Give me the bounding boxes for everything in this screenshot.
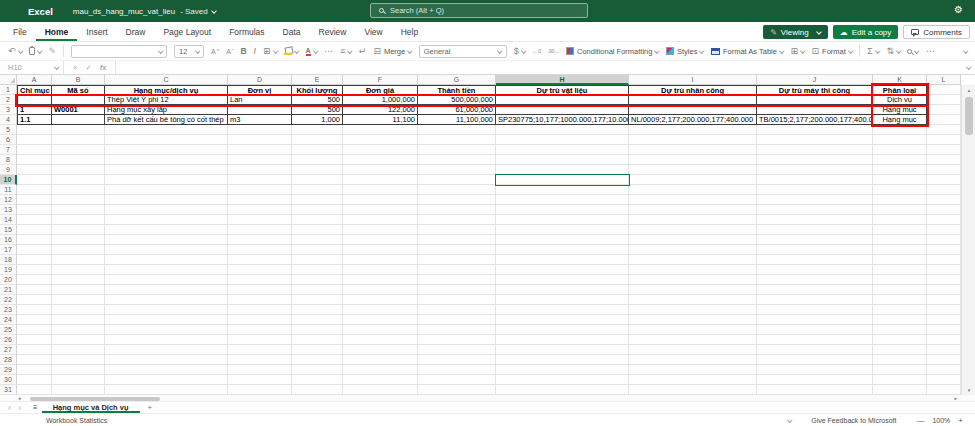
cell-L14[interactable]: [927, 215, 961, 225]
cell-K19[interactable]: [873, 265, 927, 275]
saved-status[interactable]: - Saved: [180, 7, 208, 16]
cell-L5[interactable]: [927, 125, 961, 135]
cell-A9[interactable]: [17, 165, 52, 175]
cell-H6[interactable]: [496, 135, 629, 145]
cell-C24[interactable]: [105, 315, 228, 325]
cell-K21[interactable]: [873, 285, 927, 295]
cell-I12[interactable]: [629, 195, 757, 205]
cell-A4[interactable]: 1.1: [17, 115, 52, 125]
cell-H21[interactable]: [496, 285, 629, 295]
cell-C5[interactable]: [105, 125, 228, 135]
cell-J9[interactable]: [757, 165, 873, 175]
cell-E28[interactable]: [292, 355, 343, 365]
cell-H4[interactable]: SP230775;10,177;1000.000,177;10.000.00: [496, 115, 629, 125]
cell-B23[interactable]: [52, 305, 105, 315]
cell-C13[interactable]: [105, 205, 228, 215]
cell-A3[interactable]: 1: [17, 105, 52, 115]
cell-D8[interactable]: [228, 155, 292, 165]
cell-C27[interactable]: [105, 345, 228, 355]
cell-L28[interactable]: [927, 355, 961, 365]
cell-J4[interactable]: TB/0015;2,177;200.000,177;400.000: [757, 115, 873, 125]
cell-C19[interactable]: [105, 265, 228, 275]
cell-J23[interactable]: [757, 305, 873, 315]
cell-G29[interactable]: [418, 365, 496, 375]
row-header-29[interactable]: 29: [0, 365, 17, 375]
styles-button[interactable]: Styles: [666, 47, 704, 56]
cell-F8[interactable]: [343, 155, 418, 165]
cell-C23[interactable]: [105, 305, 228, 315]
cell-K14[interactable]: [873, 215, 927, 225]
cell-J15[interactable]: [757, 225, 873, 235]
cell-H12[interactable]: [496, 195, 629, 205]
cell-H26[interactable]: [496, 335, 629, 345]
bold-button[interactable]: B: [240, 46, 246, 56]
cell-J14[interactable]: [757, 215, 873, 225]
cell-H17[interactable]: [496, 245, 629, 255]
cell-H22[interactable]: [496, 295, 629, 305]
cell-H10[interactable]: [496, 175, 629, 185]
italic-button[interactable]: I: [254, 46, 256, 56]
cell-K11[interactable]: [873, 185, 927, 195]
cell-D19[interactable]: [228, 265, 292, 275]
row-header-14[interactable]: 14: [0, 215, 17, 225]
cell-D15[interactable]: [228, 225, 292, 235]
cell-L26[interactable]: [927, 335, 961, 345]
cell-B16[interactable]: [52, 235, 105, 245]
cell-K3[interactable]: Hạng mục: [873, 105, 927, 115]
cell-D6[interactable]: [228, 135, 292, 145]
statusbar-chevron-icon[interactable]: [786, 417, 792, 424]
cell-A19[interactable]: [17, 265, 52, 275]
tab-formulas[interactable]: Formulas: [220, 22, 273, 41]
cell-E2[interactable]: 500: [292, 95, 343, 105]
cell-B19[interactable]: [52, 265, 105, 275]
column-header-C[interactable]: C: [105, 75, 228, 85]
cell-C29[interactable]: [105, 365, 228, 375]
row-header-10[interactable]: 10: [0, 175, 17, 185]
cell-E25[interactable]: [292, 325, 343, 335]
cell-G1[interactable]: Thành tiền: [418, 85, 496, 95]
cell-I16[interactable]: [629, 235, 757, 245]
cell-B17[interactable]: [52, 245, 105, 255]
cell-J25[interactable]: [757, 325, 873, 335]
tab-review[interactable]: Review: [310, 22, 356, 41]
cell-D25[interactable]: [228, 325, 292, 335]
cell-G13[interactable]: [418, 205, 496, 215]
cell-I24[interactable]: [629, 315, 757, 325]
cell-E14[interactable]: [292, 215, 343, 225]
cell-F25[interactable]: [343, 325, 418, 335]
cell-L9[interactable]: [927, 165, 961, 175]
cell-G25[interactable]: [418, 325, 496, 335]
cell-E31[interactable]: [292, 385, 343, 395]
cell-I10[interactable]: [629, 175, 757, 185]
cell-J1[interactable]: Dự trù máy thi công: [757, 85, 873, 95]
cell-L21[interactable]: [927, 285, 961, 295]
cell-I22[interactable]: [629, 295, 757, 305]
increase-font-size-button[interactable]: A^: [211, 48, 219, 55]
cell-H28[interactable]: [496, 355, 629, 365]
row-header-17[interactable]: 17: [0, 245, 17, 255]
cell-A28[interactable]: [17, 355, 52, 365]
cell-E23[interactable]: [292, 305, 343, 315]
cell-E18[interactable]: [292, 255, 343, 265]
cell-I26[interactable]: [629, 335, 757, 345]
row-header-27[interactable]: 27: [0, 345, 17, 355]
cell-G22[interactable]: [418, 295, 496, 305]
cell-A25[interactable]: [17, 325, 52, 335]
add-sheet-icon[interactable]: +: [140, 402, 161, 413]
cell-E5[interactable]: [292, 125, 343, 135]
increase-decimal-button[interactable]: ←.0: [532, 48, 541, 54]
tab-help[interactable]: Help: [392, 22, 427, 41]
cell-L7[interactable]: [927, 145, 961, 155]
cell-B7[interactable]: [52, 145, 105, 155]
cell-J24[interactable]: [757, 315, 873, 325]
cell-E10[interactable]: [292, 175, 343, 185]
cell-F11[interactable]: [343, 185, 418, 195]
cell-A8[interactable]: [17, 155, 52, 165]
cell-C11[interactable]: [105, 185, 228, 195]
cell-H25[interactable]: [496, 325, 629, 335]
cell-B27[interactable]: [52, 345, 105, 355]
viewing-mode-button[interactable]: ✎ Viewing: [763, 25, 828, 39]
cell-K23[interactable]: [873, 305, 927, 315]
cell-F4[interactable]: 11,100: [343, 115, 418, 125]
cell-C18[interactable]: [105, 255, 228, 265]
